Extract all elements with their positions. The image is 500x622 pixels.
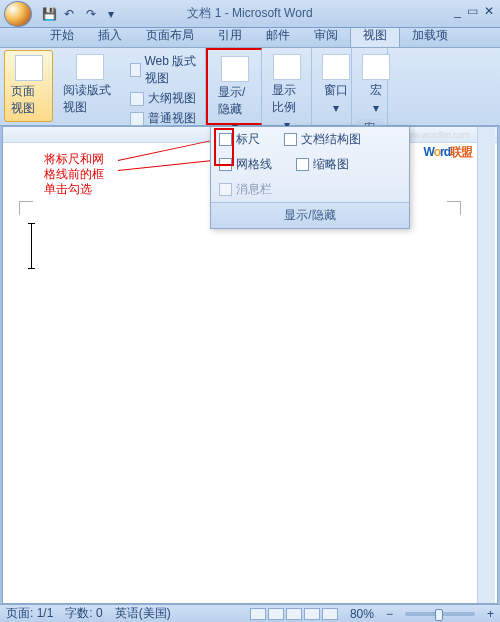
checkbox-gridlines[interactable]: 网格线 [219, 156, 272, 173]
watermark-logo: Word联盟 [424, 140, 472, 161]
qat-more-icon[interactable]: ▾ [108, 7, 122, 21]
zoom-level[interactable]: 80% [350, 607, 374, 621]
checkbox-thumbnails[interactable]: 缩略图 [296, 156, 349, 173]
draft-icon [130, 112, 144, 126]
group-zoom[interactable]: 显示比例▾ [262, 48, 312, 125]
print-layout-button[interactable]: 页面视图 [4, 50, 53, 122]
zoom-out-icon[interactable]: − [386, 607, 393, 621]
margin-corner-tr [447, 201, 461, 215]
checkbox-messagebar: 消息栏 [219, 181, 272, 198]
window-icon [322, 54, 350, 80]
reading-layout-button[interactable]: 阅读版式视图 [57, 50, 122, 120]
minimize-icon[interactable]: _ [454, 4, 461, 18]
status-words[interactable]: 字数: 0 [65, 605, 102, 622]
show-hide-icon [221, 56, 249, 82]
group-window[interactable]: 窗口▾ [312, 48, 352, 125]
macro-icon [362, 54, 390, 80]
undo-icon[interactable]: ↶ [64, 7, 78, 21]
group-show-hide[interactable]: 显示/隐藏▾ [206, 48, 262, 125]
view-draft-icon[interactable] [322, 608, 338, 620]
zoom-icon [273, 54, 301, 80]
window-controls: _ ▭ ✕ [454, 4, 494, 18]
quick-access-toolbar: 💾 ↶ ↷ ▾ [42, 7, 122, 21]
outline-button[interactable]: 大纲视图 [126, 89, 201, 108]
watermark-url: www.wordlm.com [400, 130, 470, 140]
web-layout-icon [130, 63, 140, 77]
zoom-slider[interactable] [405, 612, 475, 616]
maximize-icon[interactable]: ▭ [467, 4, 478, 18]
reading-layout-icon [76, 54, 104, 80]
web-layout-button[interactable]: Web 版式视图 [126, 52, 201, 88]
checkbox-docmap[interactable]: 文档结构图 [284, 131, 361, 148]
ribbon: 页面视图 阅读版式视图 Web 版式视图 大纲视图 普通视图 文档视图 显示/隐… [0, 48, 500, 126]
print-layout-icon [15, 55, 43, 81]
close-icon[interactable]: ✕ [484, 4, 494, 18]
chevron-down-icon: ▾ [333, 101, 339, 115]
status-language[interactable]: 英语(美国) [115, 605, 171, 622]
title-bar: 💾 ↶ ↷ ▾ 文档 1 - Microsoft Word _ ▭ ✕ [0, 0, 500, 28]
chevron-down-icon: ▾ [373, 101, 379, 115]
save-icon[interactable]: 💾 [42, 7, 56, 21]
view-web-icon[interactable] [286, 608, 302, 620]
group-document-views: 页面视图 阅读版式视图 Web 版式视图 大纲视图 普通视图 文档视图 [0, 48, 206, 125]
view-outline-icon[interactable] [304, 608, 320, 620]
show-hide-dropdown: 标尺 文档结构图 网格线 缩略图 消息栏 显示/隐藏 [210, 126, 410, 229]
margin-corner-tl [19, 201, 33, 215]
status-page[interactable]: 页面: 1/1 [6, 605, 53, 622]
outline-icon [130, 92, 144, 106]
annotation-text: 将标尺和网 格线前的框 单击勾选 [44, 152, 104, 197]
zoom-in-icon[interactable]: + [487, 607, 494, 621]
text-cursor [31, 223, 32, 269]
status-bar: 页面: 1/1 字数: 0 英语(美国) 80% − + [0, 604, 500, 622]
view-print-icon[interactable] [250, 608, 266, 620]
office-button[interactable] [4, 1, 32, 27]
vertical-scrollbar[interactable] [477, 127, 495, 603]
redo-icon[interactable]: ↷ [86, 7, 100, 21]
checkbox-ruler[interactable]: 标尺 [219, 131, 260, 148]
view-reading-icon[interactable] [268, 608, 284, 620]
view-buttons [250, 608, 338, 620]
dropdown-footer: 显示/隐藏 [211, 202, 409, 228]
ribbon-tabs: 开始 插入 页面布局 引用 邮件 审阅 视图 加载项 [0, 28, 500, 48]
group-macros[interactable]: 宏▾ 宏 [352, 48, 388, 125]
